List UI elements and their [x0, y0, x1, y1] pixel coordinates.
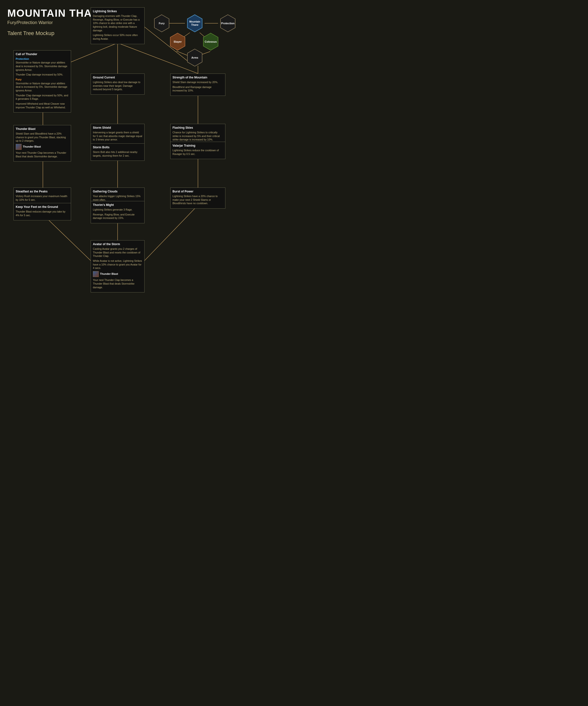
ground-current-desc: Lightning Strikes also deal low damage t… — [93, 80, 142, 91]
hex-arms[interactable]: Arms — [185, 48, 205, 68]
svg-marker-25 — [187, 49, 202, 66]
avatar-icon-label: Thunder Blast — [100, 272, 118, 276]
avatar-storm-desc2: While Avatar is not active, Lightning St… — [93, 259, 142, 270]
gathering-clouds-desc: Your attacks trigger Lightning Strikes 1… — [93, 194, 142, 201]
avatar-storm-desc1: Casting Avatar grants you 2 charges of T… — [93, 247, 142, 258]
lightning-strikes-desc1: Damaging enemies with Thunder Clap, Reve… — [93, 14, 142, 32]
storm-shield-desc: Intervening a target grants them a shiel… — [93, 131, 142, 142]
strength-mountain-box: Strength of the Mountain Shield Slam dam… — [170, 74, 225, 96]
keep-feet-desc: Thunder Blast reduces damage you take by… — [16, 210, 69, 217]
ground-current-title: Ground Current — [93, 76, 142, 79]
svg-line-10 — [43, 214, 91, 261]
call-of-thunder-title: Call of Thunder — [16, 52, 69, 56]
avatar-storm-title: Avatar of the Storm — [93, 242, 142, 246]
lightning-strikes-box: Lightning Strikes Damaging enemies with … — [91, 7, 144, 44]
ground-current-box: Ground Current Lightning Strikes also de… — [91, 74, 144, 94]
storm-shield-box: Storm Shield Intervening a target grants… — [91, 124, 144, 145]
thunder-blast-desc2: Your next Thunder Clap becomes a Thunder… — [16, 151, 69, 158]
burst-of-power-box: Burst of Power Lightning Strikes have a … — [170, 188, 225, 209]
valarjar-training-box: Valarjar Training Lightning Strikes redu… — [170, 142, 225, 159]
thunder-blast-desc1: Shield Slam and Bloodthirst have a 20% c… — [16, 132, 69, 143]
strength-mountain-desc1: Shield Slam damage increased by 20%. — [172, 80, 223, 84]
svg-marker-23 — [170, 33, 185, 50]
svg-marker-22 — [220, 15, 235, 32]
strength-mountain-desc2: Bloodthirst and Rampage damage increased… — [172, 85, 223, 92]
thorims-might-title: Thorim's Might — [93, 203, 142, 207]
thunder-blast-title: Thunder Blast — [16, 127, 69, 131]
thunder-blast-icon — [16, 144, 22, 150]
hex-mountain-thane[interactable]: Mountain Thane — [185, 13, 205, 33]
strength-mountain-title: Strength of the Mountain — [172, 76, 223, 79]
lightning-strikes-title: Lightning Strikes — [93, 9, 142, 13]
steadfast-peaks-desc: Victory Rush increases your maximum heal… — [16, 194, 69, 201]
gathering-clouds-title: Gathering Clouds — [93, 190, 142, 193]
avatar-storm-desc3: Your next Thunder Clap becomes a Thunder… — [93, 278, 142, 289]
thorims-might-desc2: Revenge, Raging Blow, and Execute damage… — [93, 213, 142, 220]
hex-slayer[interactable]: Slayer — [168, 32, 187, 51]
burst-of-power-desc: Lightning Strikes have a 20% chance to m… — [172, 194, 223, 205]
hex-protection[interactable]: Protection — [218, 13, 238, 33]
avatar-storm-box: Avatar of the Storm Casting Avatar grant… — [91, 240, 144, 292]
steadfast-peaks-title: Steadfast as the Peaks — [16, 190, 69, 193]
svg-marker-21 — [187, 15, 202, 32]
flashing-skies-desc: Chance for Lightning Strikes to critical… — [172, 131, 223, 142]
svg-line-11 — [144, 205, 198, 261]
thunder-blast-box: Thunder Blast Shield Slam and Bloodthirs… — [13, 125, 71, 162]
storm-bolts-box: Storm Bolts Storm Bolt also hits 2 addit… — [91, 144, 144, 161]
flashing-skies-title: Flashing Skies — [172, 126, 223, 129]
call-of-thunder-box: Call of Thunder Protection Stormstrike o… — [13, 50, 71, 113]
call-of-thunder-prot-desc2: Thunder Clap damage increased by 50%. — [16, 73, 69, 77]
avatar-thunder-blast-icon — [93, 271, 99, 277]
keep-feet-title: Keep Your Feet on the Ground — [16, 205, 69, 209]
storm-shield-title: Storm Shield — [93, 126, 142, 129]
thunder-blast-icon-label: Thunder Blast — [23, 145, 41, 149]
keep-feet-ground-box: Keep Your Feet on the Ground Thunder Bla… — [13, 203, 71, 221]
thorims-might-box: Thorim's Might Lightning Strikes generat… — [91, 201, 144, 223]
svg-marker-24 — [203, 33, 218, 50]
thorims-might-desc1: Lightning Strikes generate 3 Rage. — [93, 208, 142, 211]
call-of-thunder-fury-desc1: Stormstrike or Nature damage your abilit… — [16, 82, 69, 92]
steadfast-peaks-box: Steadfast as the Peaks Victory Rush incr… — [13, 188, 71, 205]
call-of-thunder-fury-label: Fury — [16, 78, 69, 81]
call-of-thunder-fury-desc3: Improved Whirlwind and Meat Cleaver now … — [16, 102, 69, 109]
burst-of-power-title: Burst of Power — [172, 190, 223, 193]
valarjar-training-title: Valarjar Training — [172, 144, 223, 147]
valarjar-training-desc: Lightning Strikes reduce the cooldown of… — [172, 149, 223, 156]
lightning-strikes-desc2: Lightning Strikes occur 50% more often d… — [93, 33, 142, 40]
storm-bolts-title: Storm Bolts — [93, 146, 142, 149]
hex-fury[interactable]: Fury — [152, 13, 171, 33]
call-of-thunder-protection-label: Protection — [16, 57, 69, 61]
storm-bolts-desc: Storm Bolt also hits 2 additional nearby… — [93, 150, 142, 157]
call-of-thunder-prot-desc1: Stormstrike or Nature damage your abilit… — [16, 61, 69, 72]
call-of-thunder-fury-desc2: Thunder Clap damage increased by 50%, an… — [16, 94, 69, 101]
svg-marker-20 — [154, 15, 169, 32]
